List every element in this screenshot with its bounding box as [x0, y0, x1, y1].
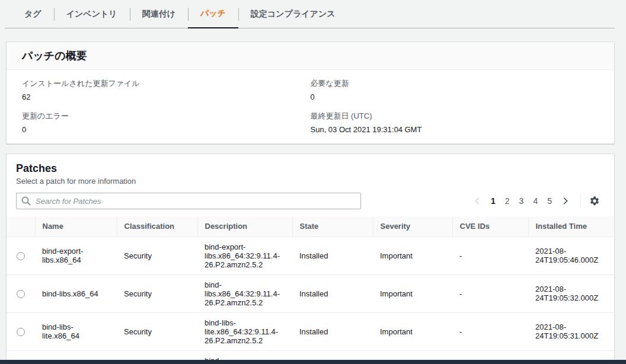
table-row[interactable]: bind-libs.x86_64Securitybind-libs.x86_64…: [7, 274, 614, 312]
footer-bar: [0, 360, 626, 364]
cell-cve_ids: -: [452, 237, 528, 274]
field-label: 更新のエラー: [22, 111, 311, 122]
patch-summary-card: パッチの概要 インストールされた更新ファイル62必要な更新0更新のエラー0最終更…: [6, 41, 615, 144]
tab-1[interactable]: インベントリ: [54, 0, 130, 28]
summary-field: 最終更新日 (UTC)Sun, 03 Oct 2021 19:31:04 GMT: [311, 111, 599, 134]
cell-name: bind-export-libs.x86_64: [35, 237, 117, 274]
summary-field: インストールされた更新ファイル62: [22, 78, 311, 101]
table-row[interactable]: bind-libs-lite.x86_64Securitybind-libs-l…: [7, 312, 614, 350]
field-label: 必要な更新: [311, 78, 599, 89]
field-value: 0: [311, 92, 599, 101]
cell-classification: Security: [117, 312, 197, 350]
column-header: Name: [35, 216, 117, 237]
search-input[interactable]: [16, 193, 361, 209]
cell-severity: Important: [373, 312, 452, 350]
patches-table: NameClassificationDescriptionStateSeveri…: [7, 216, 614, 364]
cell-state: Installed: [292, 237, 373, 274]
column-header: State: [292, 216, 373, 237]
field-value: 0: [22, 125, 311, 134]
cell-description: bind-libs-lite.x86_64:32:9.11.4-26.P2.am…: [197, 312, 292, 350]
patches-toolbar: 12345: [7, 188, 614, 216]
cell-classification: Security: [117, 274, 197, 312]
field-label: インストールされた更新ファイル: [22, 78, 311, 89]
page-button-1[interactable]: 1: [486, 194, 500, 207]
summary-field: 更新のエラー0: [22, 111, 311, 134]
cell-classification: Security: [117, 237, 197, 274]
column-header: Installed Time: [528, 216, 614, 237]
cell-state: Installed: [292, 312, 373, 350]
cell-installed_time: 2021-08-24T19:05:46.000Z: [528, 237, 614, 274]
gear-icon[interactable]: [587, 194, 602, 208]
table-row[interactable]: bind-export-libs.x86_64Securitybind-expo…: [7, 237, 614, 274]
pagination: 12345: [470, 193, 602, 209]
chevron-left-icon[interactable]: [470, 194, 486, 207]
tab-4[interactable]: 設定コンプライアンス: [238, 0, 348, 28]
select-cell: [7, 274, 35, 312]
column-header: Description: [197, 216, 292, 237]
cell-cve_ids: -: [452, 312, 528, 350]
field-value: 62: [22, 92, 311, 101]
toolbar-divider: [580, 193, 581, 209]
cell-state: Installed: [292, 274, 373, 312]
cell-cve_ids: -: [452, 274, 528, 312]
select-column-header: [7, 216, 35, 237]
tab-bar: タグインベントリ関連付けパッチ設定コンプライアンス: [5, 0, 615, 28]
cell-installed_time: 2021-08-24T19:05:32.000Z: [528, 274, 614, 312]
row-radio-button[interactable]: [17, 252, 25, 260]
cell-name: bind-libs.x86_64: [35, 274, 117, 312]
page-buttons: 12345: [486, 194, 557, 207]
row-radio-button[interactable]: [17, 328, 25, 336]
cell-name: bind-libs-lite.x86_64: [35, 312, 117, 350]
table-header-row: NameClassificationDescriptionStateSeveri…: [7, 216, 614, 237]
select-cell: [7, 237, 35, 274]
cell-severity: Important: [373, 237, 452, 274]
select-cell: [7, 312, 35, 350]
page-button-2[interactable]: 2: [500, 194, 515, 207]
tab-3[interactable]: パッチ: [188, 0, 238, 28]
patches-subtitle: Select a patch for more information: [16, 177, 602, 186]
cell-description: bind-libs.x86_64:32:9.11.4-26.P2.amzn2.5…: [197, 274, 292, 312]
page-button-5[interactable]: 5: [542, 194, 557, 207]
column-header: Classification: [117, 216, 197, 237]
tab-0[interactable]: タグ: [12, 0, 54, 28]
patches-header: Patches Select a patch for more informat…: [7, 154, 614, 188]
field-label: 最終更新日 (UTC): [311, 111, 599, 122]
column-header: CVE IDs: [452, 216, 528, 237]
patches-card: Patches Select a patch for more informat…: [6, 154, 615, 364]
patches-title: Patches: [16, 162, 602, 175]
cell-installed_time: 2021-08-24T19:05:31.000Z: [528, 312, 614, 350]
page-button-4[interactable]: 4: [528, 194, 542, 207]
patch-summary-title: パッチの概要: [22, 49, 599, 63]
column-header: Severity: [373, 216, 452, 237]
search-icon: [21, 196, 31, 206]
patch-summary-header: パッチの概要: [7, 42, 614, 70]
patch-search: [16, 193, 361, 209]
tab-2[interactable]: 関連付け: [130, 0, 188, 28]
summary-field: 必要な更新0: [311, 78, 599, 101]
row-radio-button[interactable]: [17, 290, 25, 298]
chevron-right-icon[interactable]: [557, 194, 573, 207]
page-button-3[interactable]: 3: [515, 194, 529, 207]
patch-summary-body: インストールされた更新ファイル62必要な更新0更新のエラー0最終更新日 (UTC…: [7, 70, 614, 143]
field-value: Sun, 03 Oct 2021 19:31:04 GMT: [311, 125, 599, 134]
cell-description: bind-export-libs.x86_64:32:9.11.4-26.P2.…: [197, 237, 292, 274]
cell-severity: Important: [373, 274, 452, 312]
